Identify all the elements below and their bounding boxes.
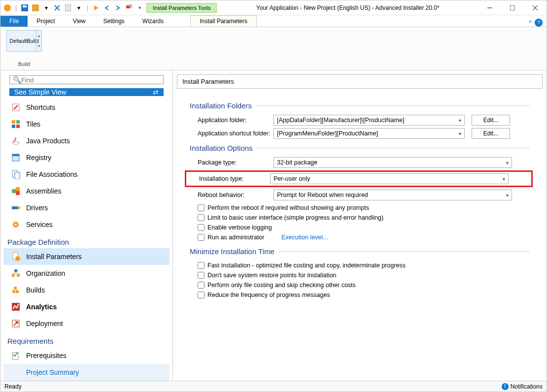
reboot-behavior-combo[interactable]: Prompt for Reboot when required▾ (274, 190, 512, 200)
dash-icon[interactable]: ▾ (42, 4, 50, 12)
sidebar-item-tiles[interactable]: Tiles (3, 116, 170, 132)
package-type-label: Package type: (190, 159, 274, 166)
flag-icon[interactable]: 1 (125, 4, 133, 12)
svg-rect-35 (12, 290, 15, 293)
window-title: Your Application - New Project (English … (217, 4, 479, 11)
svg-point-29 (15, 224, 17, 226)
back-icon[interactable] (103, 4, 111, 12)
close-button[interactable] (524, 0, 547, 15)
sidebar-item-registry[interactable]: Registry (3, 149, 170, 166)
check-no-restore[interactable] (198, 272, 205, 279)
sidebar-item-assemblies[interactable]: Assemblies (3, 183, 170, 199)
forward-icon[interactable] (114, 4, 122, 12)
tab-settings[interactable]: Settings (95, 16, 134, 27)
sidebar-item-java[interactable]: Java Products (3, 132, 170, 149)
reboot-behavior-label: Reboot behavior: (190, 192, 274, 198)
search-box[interactable]: 🔍 (9, 75, 164, 84)
minimize-button[interactable] (479, 0, 501, 15)
check-run-admin[interactable] (198, 234, 205, 241)
default-build-selector[interactable]: DefaultBuild ▴▾ (6, 30, 42, 52)
check-file-costing[interactable] (198, 282, 205, 289)
package-type-value: 32-bit package (277, 159, 317, 166)
check-reboot-silent-label: Perform the reboot if required without s… (207, 204, 369, 211)
drivers-icon (10, 202, 21, 213)
sidebar-item-deployment[interactable]: Deployment (3, 315, 170, 332)
edit-app-folder-button[interactable]: Edit... (472, 115, 510, 126)
sidebar-item-install-parameters[interactable]: Install Parameters (3, 248, 170, 265)
app-folder-label: Application folder: (190, 117, 274, 124)
group-installation-options: Installation Options (190, 144, 253, 152)
shortcut-folder-value: [ProgramMenuFolder][ProductName] (277, 130, 378, 137)
check-file-costing-label: Perform only file costing and skip check… (207, 282, 356, 289)
tab-wizards[interactable]: Wizards (134, 16, 172, 27)
sidebar-item-label: Assemblies (26, 187, 62, 195)
tab-file[interactable]: File (0, 16, 28, 27)
build-down[interactable]: ▾ (36, 41, 41, 51)
check-reduce-freq-label: Reduce the frequency of progress message… (207, 292, 330, 298)
sidebar-item-services[interactable]: Services (3, 216, 170, 233)
section-package-definition: Package Definition (3, 233, 170, 248)
execution-level-link[interactable]: Execution level... (281, 234, 328, 241)
sidebar-item-file-assoc[interactable]: File Associations (3, 166, 170, 183)
builds-icon (10, 285, 21, 295)
sidebar-item-drivers[interactable]: Drivers (3, 199, 170, 216)
search-input[interactable] (21, 76, 160, 84)
app-folder-value: [AppDataFolder][Manufacturer]\[ProductNa… (277, 117, 404, 124)
qat-sep: | (14, 4, 18, 11)
build-icon[interactable] (32, 4, 39, 12)
tab-view[interactable]: View (64, 16, 95, 27)
check-fast-install[interactable] (198, 262, 205, 269)
run-icon[interactable] (92, 4, 100, 12)
check-reduce-freq[interactable] (198, 292, 205, 298)
svg-rect-34 (17, 274, 20, 277)
svg-rect-22 (15, 172, 20, 179)
package-type-combo[interactable]: 32-bit package▾ (274, 157, 512, 168)
cut-icon[interactable] (53, 4, 61, 12)
check-verbose[interactable] (198, 224, 205, 231)
check-reboot-silent[interactable] (198, 204, 205, 211)
check-basic-ui-label: Limit to basic user interface (simple pr… (207, 214, 383, 221)
notifications-button[interactable]: !Notifications (502, 383, 543, 390)
java-icon (10, 135, 21, 146)
installation-type-combo[interactable]: Per-user only▾ (270, 173, 509, 184)
build-up[interactable]: ▴ (36, 31, 41, 41)
sidebar-item-label: File Associations (26, 170, 77, 178)
contextual-tool-tab[interactable]: Install Parameters Tools (146, 3, 217, 13)
sidebar-item-label: Builds (26, 286, 45, 294)
page-icon[interactable] (64, 4, 72, 12)
sidebar-item-organization[interactable]: Organization (3, 265, 170, 282)
chevron-down-icon: ▾ (503, 176, 505, 182)
see-simple-view-button[interactable]: See Simple View ⇄ (9, 88, 164, 96)
sidebar-item-analytics[interactable]: Analytics (3, 298, 170, 315)
deployment-icon (10, 318, 21, 329)
svg-rect-2 (32, 4, 39, 11)
section-requirements: Requirements (3, 332, 170, 347)
sidebar-item-prerequisites[interactable]: Prerequisites (3, 347, 170, 364)
tiles-icon (10, 119, 21, 130)
reboot-behavior-value: Prompt for Reboot when required (277, 192, 368, 198)
save-icon[interactable] (21, 4, 29, 12)
tab-project[interactable]: Project (28, 16, 64, 27)
svg-rect-24 (16, 187, 20, 191)
sidebar-item-label: Drivers (26, 204, 48, 212)
qat-more-icon[interactable]: ▾ (136, 4, 143, 12)
shortcut-folder-combo[interactable]: [ProgramMenuFolder][ProductName]▾ (274, 128, 465, 139)
tab-install-parameters[interactable]: Install Parameters (190, 15, 257, 27)
help-icon[interactable]: ? (535, 19, 543, 27)
check-verbose-label: Enable verbose logging (207, 224, 272, 231)
app-folder-combo[interactable]: [AppDataFolder][Manufacturer]\[ProductNa… (274, 115, 465, 126)
prerequisites-icon (10, 350, 21, 361)
assemblies-icon (10, 186, 21, 196)
edit-shortcut-folder-button[interactable]: Edit... (472, 128, 510, 139)
dropdown-icon[interactable]: ▾ (75, 4, 83, 12)
notifications-label: Notifications (511, 383, 543, 390)
notifications-icon: ! (502, 383, 509, 390)
check-fast-install-label: Fast installation - optimized file costi… (207, 262, 406, 269)
collapse-ribbon-icon[interactable]: ^ (529, 19, 532, 26)
sidebar-item-builds[interactable]: Builds (3, 282, 170, 298)
sidebar-item-shortcuts[interactable]: Shortcuts (3, 99, 170, 116)
swap-icon: ⇄ (153, 88, 159, 96)
check-basic-ui[interactable] (198, 214, 205, 221)
sidebar-item-project-summary[interactable]: Project Summary (3, 364, 170, 381)
maximize-button[interactable] (501, 0, 524, 15)
